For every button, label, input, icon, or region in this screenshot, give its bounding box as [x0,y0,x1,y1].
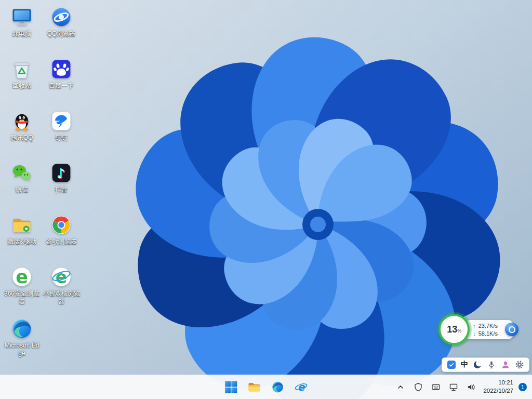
svg-text:♪: ♪ [57,166,65,181]
desktop-icon-column-1: 此电脑 回收站 [3,4,41,368]
download-speed-row: ↓ 58.1K/s [473,330,498,337]
desktop-icon-column-2: QQ浏览器 百度一下 [43,4,80,316]
desktop-icon-label: 谷歌浏览器 [46,238,77,246]
network-button[interactable] [445,377,462,397]
touch-keyboard-button[interactable] [427,377,445,397]
settings-gear-button[interactable] [515,360,524,369]
desktop-icon-label: 360安全浏览器 [3,290,41,305]
desktop-icon-this-pc[interactable]: 此电脑 [3,4,41,56]
system-tray: 10:21 2022/10/27 1 [392,375,531,399]
touch-keyboard-icon [431,382,441,392]
xiaozhi-browser-icon: e [50,265,73,288]
svg-text:e: e [56,267,67,287]
desktop-icon-label: 此电脑 [12,30,31,38]
windows-logo-icon [224,380,238,394]
360-browser-icon: e [10,265,33,288]
recycle-bin-icon [10,58,33,81]
desktop-icon-activation-driver[interactable]: 激活&驱动 [3,212,41,264]
net-speed-widget[interactable]: 13 % ↑ 23.7K/s ↓ 58.1K/s [438,314,518,345]
taskbar-center-icons: e [221,375,312,399]
desktop-icon-label: QQ浏览器 [47,30,76,38]
desktop-icon-label: 腾讯QQ [11,134,33,142]
ime-toolbar: 中 [442,357,529,372]
desktop-icon-qq-browser[interactable]: QQ浏览器 [43,4,80,56]
memory-usage-percent: 13 [447,324,457,335]
ime-language-toggle[interactable]: 中 [461,360,468,369]
notification-badge[interactable]: 1 [518,383,527,391]
upload-speed-row: ↑ 23.7K/s [473,323,498,329]
desktop-icon-label: 百度一下 [49,82,74,90]
internet-explorer-icon: e [295,380,308,394]
this-pc-icon [10,6,33,29]
taskbar: e [0,375,532,399]
internet-explorer-button[interactable]: e [291,377,312,397]
desktop-icon-label: 回收站 [12,82,31,90]
tencent-qq-icon [10,110,33,132]
percent-unit: % [457,328,461,334]
volume-button[interactable] [462,377,480,397]
desktop-icon-label: 微信 [16,186,28,194]
upload-speed-value: 23.7K/s [478,323,498,329]
ime-logo-button[interactable] [447,360,456,369]
svg-text:e: e [16,267,28,287]
dingtalk-icon [50,110,73,132]
folder-icon [248,380,261,394]
desktop-icon-douyin[interactable]: ♪ ♪ ♪ 抖音 [43,160,80,212]
desktop-icon-label: 钉钉 [55,134,68,142]
start-button[interactable] [221,377,242,397]
shield-icon [414,382,423,392]
dark-mode-moon-button[interactable] [473,360,482,369]
clock-date: 2022/10/27 [483,387,513,395]
douyin-icon: ♪ ♪ ♪ [50,162,73,184]
edge-icon [271,380,285,394]
desktop-icon-tencent-qq[interactable]: 腾讯QQ [3,108,41,160]
desktop-icon-recycle-bin[interactable]: 回收站 [3,56,41,108]
edge-browser-button[interactable] [268,377,288,397]
upload-arrow-icon: ↑ [473,323,476,329]
clock-time: 10:21 [483,379,513,387]
desktop-icon-xiaozhi-browser[interactable]: e 小智双核浏览器 [43,264,80,316]
desktop: 此电脑 回收站 [0,0,532,399]
check-icon [447,361,456,369]
desktop-icon-dingtalk[interactable]: 钉钉 [43,108,80,160]
desktop-icon-chrome[interactable]: 谷歌浏览器 [43,212,80,264]
download-arrow-icon: ↓ [473,330,476,337]
desktop-icon-label: Microsoft Edge [3,342,41,357]
desktop-icon-label: 激活&驱动 [7,238,36,246]
file-explorer-button[interactable] [244,377,265,397]
edge-icon [10,317,33,340]
microphone-button[interactable] [487,360,496,369]
download-speed-value: 58.1K/s [478,330,498,337]
chevron-up-icon [396,382,405,392]
ball-core-icon [509,326,515,333]
network-icon [449,382,458,392]
user-account-button[interactable] [501,360,510,369]
accelerator-ball-icon[interactable] [505,323,518,336]
chrome-icon [50,214,73,236]
folder-icon [10,214,33,236]
qq-browser-icon [50,6,73,29]
volume-icon [467,382,476,392]
memory-usage-ring[interactable]: 13 % [438,314,470,345]
desktop-icon-baidu[interactable]: 百度一下 [43,56,80,108]
svg-text:e: e [298,381,305,393]
desktop-icon-microsoft-edge[interactable]: Microsoft Edge [3,316,41,368]
security-tray-button[interactable] [409,377,427,397]
desktop-icon-360-browser[interactable]: e 360安全浏览器 [3,264,41,316]
wechat-icon [10,162,33,184]
hidden-icons-button[interactable] [392,377,409,397]
desktop-icon-label: 抖音 [55,186,68,194]
taskbar-clock[interactable]: 10:21 2022/10/27 [480,379,516,395]
baidu-icon [50,58,73,81]
desktop-icon-label: 小智双核浏览器 [43,290,80,305]
desktop-icon-wechat[interactable]: 微信 [3,160,41,212]
